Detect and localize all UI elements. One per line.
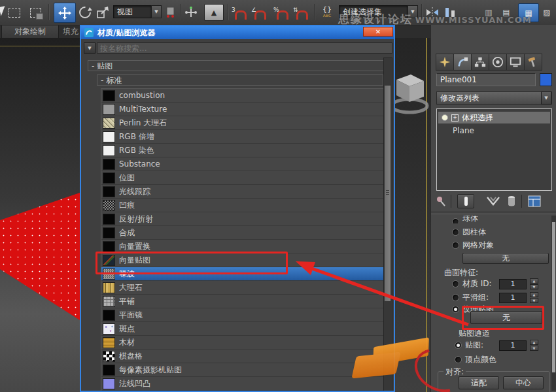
tab-create[interactable] (436, 54, 454, 71)
list-item[interactable]: 平铺 (101, 295, 387, 308)
list-item[interactable]: 光线跟踪 (101, 185, 387, 199)
sphere-radio[interactable] (452, 218, 459, 224)
center-button[interactable]: 中心 (503, 376, 544, 389)
move-tool-button[interactable] (54, 3, 76, 23)
spin-up-icon[interactable]: ▲ (530, 278, 538, 284)
map-row[interactable]: 贴图: (455, 340, 483, 351)
remove-modifier-icon[interactable] (507, 195, 516, 207)
red-plane-object[interactable] (0, 38, 80, 392)
tab-object-paint[interactable]: 对象绘制 (1, 25, 59, 38)
use-pivot-center-icon[interactable] (164, 4, 178, 21)
list-item[interactable]: RGB 染色 (101, 144, 387, 157)
list-item[interactable]: 向量置换 (101, 240, 387, 253)
expand-icon[interactable]: + (451, 114, 459, 122)
schematic-view-icon[interactable]: ▨ (539, 4, 555, 21)
object-name-field[interactable]: Plane001 (436, 73, 536, 86)
cursor-select-icon[interactable] (0, 6, 7, 16)
material-id-row[interactable]: 材质 ID: (452, 278, 492, 289)
snap-toggle-3d-icon[interactable]: 3 (233, 4, 249, 21)
graphite-ribbon-icon[interactable]: ▤ (498, 4, 514, 21)
viewport-left[interactable] (0, 38, 80, 392)
spin-up-icon[interactable]: ▲ (530, 292, 538, 297)
align-tool-icon[interactable] (442, 4, 458, 21)
list-item[interactable]: 位图 (101, 171, 387, 185)
panel-scrollbar-thumb[interactable] (552, 222, 555, 372)
search-options-dropdown[interactable]: ▼ (84, 42, 96, 54)
reference-coordinate-arrow[interactable]: ▼ (151, 5, 162, 18)
vertex-color-radio[interactable] (455, 356, 462, 363)
gizmo-none-button[interactable]: 无 (462, 253, 549, 264)
spin-down-icon[interactable]: ▼ (530, 346, 538, 351)
tab-utilities[interactable] (524, 54, 542, 71)
radio-row-mesh-object[interactable]: 网格对象 (452, 240, 494, 251)
rectangular-selection-icon[interactable] (7, 4, 22, 21)
fit-button[interactable]: 适配 (459, 376, 499, 389)
list-item[interactable]: Substance (101, 157, 387, 171)
curve-editor-button[interactable]: ▦ (518, 3, 539, 22)
list-item[interactable]: combustion (101, 89, 387, 103)
object-color-swatch[interactable] (540, 73, 552, 86)
list-item[interactable]: 平面镜 (101, 308, 387, 322)
named-selection-set-arrow[interactable]: ▼ (408, 5, 418, 18)
smoothing-group-value[interactable]: 1 (499, 293, 527, 303)
tab-modify[interactable] (453, 54, 472, 71)
list-item[interactable]: Perlin 大理石 (101, 116, 387, 130)
tab-display[interactable] (506, 54, 525, 71)
stack-item-plane[interactable]: Plane (453, 126, 474, 135)
group-header-maps[interactable]: - 贴图 (88, 60, 385, 71)
list-item[interactable]: 大理石 (101, 281, 387, 295)
select-and-manipulate-icon[interactable] (183, 4, 199, 21)
tab-motion[interactable] (489, 54, 507, 71)
texture-none-button[interactable]: 无 (470, 311, 542, 324)
scale-tool-icon[interactable] (94, 4, 111, 21)
spin-down-icon[interactable]: ▼ (530, 284, 538, 289)
texture-map-radio[interactable] (452, 306, 459, 313)
list-item[interactable]: 每像素摄影机贴图 (101, 363, 387, 377)
tab-populate[interactable]: 填充 (63, 26, 78, 37)
smoothing-group-radio[interactable] (452, 294, 459, 301)
cylinder-radio[interactable] (452, 229, 459, 236)
bulb-icon[interactable] (442, 114, 448, 121)
pin-stack-icon[interactable] (435, 195, 447, 207)
viewport-middle-strip[interactable] (392, 25, 430, 392)
material-id-radio[interactable] (452, 280, 459, 287)
modifier-list-dropdown[interactable]: 修改器列表 (436, 91, 552, 105)
spinner-snap-icon[interactable]: ⇅ (294, 4, 310, 21)
radio-row-sphere[interactable]: 球体 (452, 216, 478, 223)
list-item[interactable]: 向量贴图 (101, 253, 387, 267)
keyboard-shortcut-override-button[interactable]: ▲ (204, 4, 224, 21)
modifier-list-arrow[interactable]: ▼ (541, 91, 551, 105)
list-item[interactable]: 法线凹凸 (101, 377, 387, 391)
spin-down-icon[interactable]: ▼ (530, 298, 538, 303)
panel-scrollbar[interactable] (551, 216, 556, 391)
tab-hierarchy[interactable] (471, 54, 489, 71)
radio-row-cylinder[interactable]: 圆柱体 (452, 227, 486, 238)
stack-item-volume-select[interactable]: + 体积选择 (438, 112, 550, 123)
named-selection-set-dropdown[interactable]: 创建选择集 (339, 5, 408, 18)
map-radio[interactable] (455, 342, 462, 349)
list-item[interactable]: 斑点 (101, 322, 387, 336)
reference-coordinate-dropdown[interactable]: 视图 (113, 5, 152, 18)
list-item[interactable]: 合成 (101, 226, 387, 240)
list-item[interactable]: 凹痕 (101, 199, 387, 212)
configure-modifier-sets-icon[interactable] (528, 195, 541, 207)
list-item[interactable]: 木材 (101, 336, 387, 350)
dialog-titlebar[interactable]: 材质/贴图浏览器 ✕ (81, 26, 394, 39)
dialog-scrollbar-thumb[interactable] (385, 86, 391, 301)
selection-filter-cube-icon[interactable] (27, 4, 43, 21)
list-item-selected-noise[interactable]: 噪波 (101, 267, 387, 281)
angle-snap-icon[interactable]: ∠ (252, 4, 268, 21)
map-value[interactable]: 1 (499, 340, 527, 351)
list-item[interactable]: RGB 倍增 (101, 130, 387, 144)
spin-up-icon[interactable]: ▲ (530, 340, 538, 345)
mesh-object-radio[interactable] (452, 242, 459, 249)
group-header-standard[interactable]: - 标准 (97, 74, 383, 86)
list-item[interactable]: MultiTexture (101, 103, 387, 116)
list-item[interactable]: 棋盘格 (101, 350, 387, 363)
search-input[interactable] (97, 42, 392, 54)
vertex-color-row[interactable]: 顶点颜色 (455, 354, 496, 365)
make-unique-icon[interactable] (486, 196, 500, 206)
mirror-tool-icon[interactable] (425, 4, 440, 21)
layer-manager-icon[interactable]: ▥ (481, 4, 496, 21)
dialog-scrollbar[interactable] (383, 57, 392, 392)
